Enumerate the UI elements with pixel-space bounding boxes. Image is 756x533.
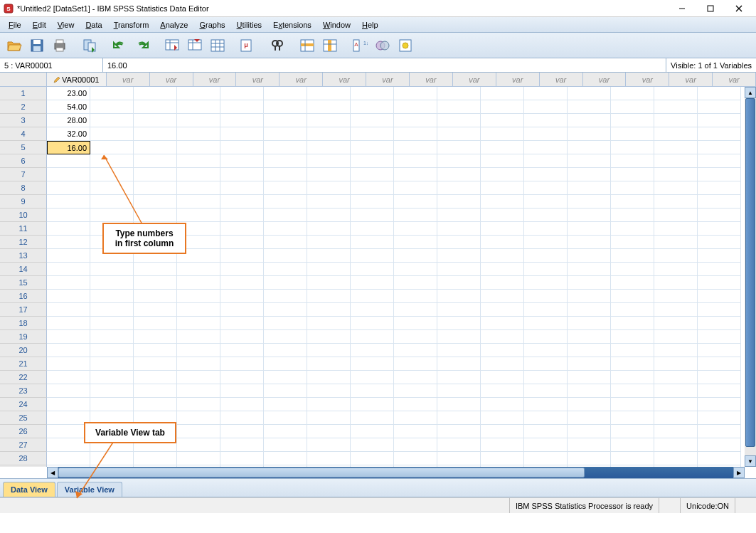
vertical-scrollbar[interactable]: ▲ ▼ (745, 87, 756, 467)
grid-cell[interactable] (307, 263, 351, 276)
grid-cell[interactable] (394, 317, 437, 330)
grid-cell[interactable] (654, 398, 698, 411)
grid-cell[interactable] (134, 398, 177, 411)
grid-cell[interactable] (437, 276, 481, 290)
grid-cell[interactable] (307, 236, 351, 249)
grid-cell[interactable] (481, 222, 524, 236)
grid-cell[interactable] (90, 371, 134, 384)
grid-cell[interactable] (524, 398, 568, 411)
grid-cell[interactable] (394, 249, 437, 263)
grid-cell[interactable] (47, 317, 90, 330)
row-header[interactable]: 17 (0, 303, 47, 317)
grid-cell[interactable] (307, 411, 351, 425)
grid-cell[interactable] (481, 398, 524, 411)
grid-cell[interactable] (351, 384, 394, 398)
row-header[interactable]: 3 (0, 114, 47, 127)
row-header[interactable]: 24 (0, 398, 47, 411)
grid-cell[interactable] (654, 438, 698, 452)
grid-cell[interactable] (394, 290, 437, 303)
grid-cell[interactable] (654, 357, 698, 371)
grid-cell[interactable] (90, 168, 134, 181)
column-header-placeholder[interactable]: var (410, 73, 453, 86)
menu-utilities[interactable]: Utilities (231, 19, 267, 31)
grid-cell[interactable] (351, 168, 394, 181)
grid-cell[interactable] (177, 141, 220, 154)
grid-cell[interactable] (264, 100, 307, 114)
grid-cell[interactable] (524, 276, 568, 290)
grid-cell[interactable] (307, 114, 351, 127)
grid-cell[interactable] (134, 330, 177, 344)
grid-cell[interactable] (307, 276, 351, 290)
grid-cell[interactable] (524, 344, 568, 357)
grid-cell[interactable] (307, 438, 351, 452)
grid-cell[interactable] (307, 344, 351, 357)
grid-cell[interactable] (437, 438, 481, 452)
grid-cell[interactable] (481, 87, 524, 100)
grid-cell[interactable] (698, 236, 741, 249)
grid-cell[interactable] (611, 303, 654, 317)
grid-cell[interactable] (698, 452, 741, 465)
grid-cell[interactable] (524, 141, 568, 154)
grid-cell[interactable] (698, 303, 741, 317)
grid-cell[interactable] (134, 141, 177, 154)
grid-cell[interactable] (90, 398, 134, 411)
grid-cell[interactable] (611, 236, 654, 249)
grid-cell[interactable] (698, 357, 741, 371)
grid-cell[interactable] (654, 168, 698, 181)
grid-cell[interactable] (698, 290, 741, 303)
grid-cell[interactable] (351, 411, 394, 425)
grid-cell[interactable] (654, 100, 698, 114)
grid-cell[interactable] (481, 438, 524, 452)
grid-cell[interactable] (47, 168, 90, 181)
grid-cell[interactable] (611, 209, 654, 222)
hscroll-thumb[interactable] (58, 468, 585, 477)
grid-cell[interactable] (307, 425, 351, 438)
grid-cell[interactable] (394, 425, 437, 438)
print-button[interactable] (50, 36, 70, 56)
grid-cell[interactable] (698, 438, 741, 452)
grid-cell[interactable] (351, 263, 394, 276)
grid-cell[interactable] (524, 87, 568, 100)
grid-cell[interactable] (698, 209, 741, 222)
variables-button[interactable] (208, 36, 228, 56)
grid-cell[interactable] (220, 249, 264, 263)
row-header[interactable]: 15 (0, 276, 47, 290)
grid-cell[interactable] (394, 263, 437, 276)
grid-cell[interactable] (524, 317, 568, 330)
grid-cell[interactable] (698, 100, 741, 114)
grid-cell[interactable] (568, 425, 611, 438)
grid-cell[interactable] (394, 411, 437, 425)
grid-cell[interactable] (611, 181, 654, 195)
grid-cell[interactable] (264, 141, 307, 154)
grid-cell[interactable] (481, 263, 524, 276)
grid-cell[interactable] (481, 452, 524, 465)
grid-cell[interactable] (264, 303, 307, 317)
grid-cell[interactable] (654, 317, 698, 330)
grid-cell[interactable] (611, 452, 654, 465)
grid-cell[interactable] (177, 100, 220, 114)
grid-cell[interactable] (177, 438, 220, 452)
grid-cell[interactable] (177, 411, 220, 425)
grid-cell[interactable] (220, 141, 264, 154)
grid-cell[interactable] (568, 411, 611, 425)
grid-cell[interactable] (394, 127, 437, 141)
grid-cell[interactable] (524, 452, 568, 465)
grid-cell[interactable] (177, 209, 220, 222)
grid-cell[interactable] (90, 384, 134, 398)
grid-cell[interactable] (394, 438, 437, 452)
grid-cell[interactable] (220, 209, 264, 222)
grid-cell[interactable] (481, 425, 524, 438)
row-header[interactable]: 13 (0, 249, 47, 263)
grid-cell[interactable] (264, 276, 307, 290)
grid-cell[interactable] (220, 384, 264, 398)
grid-cell[interactable] (47, 398, 90, 411)
insert-variable-button[interactable] (320, 36, 340, 56)
grid-cell[interactable] (264, 438, 307, 452)
grid-cell[interactable] (481, 236, 524, 249)
grid-cell[interactable] (654, 425, 698, 438)
grid-cell[interactable] (568, 141, 611, 154)
grid-cell[interactable] (134, 317, 177, 330)
grid-cell[interactable] (698, 168, 741, 181)
row-header[interactable]: 19 (0, 330, 47, 344)
grid-cell[interactable] (47, 276, 90, 290)
